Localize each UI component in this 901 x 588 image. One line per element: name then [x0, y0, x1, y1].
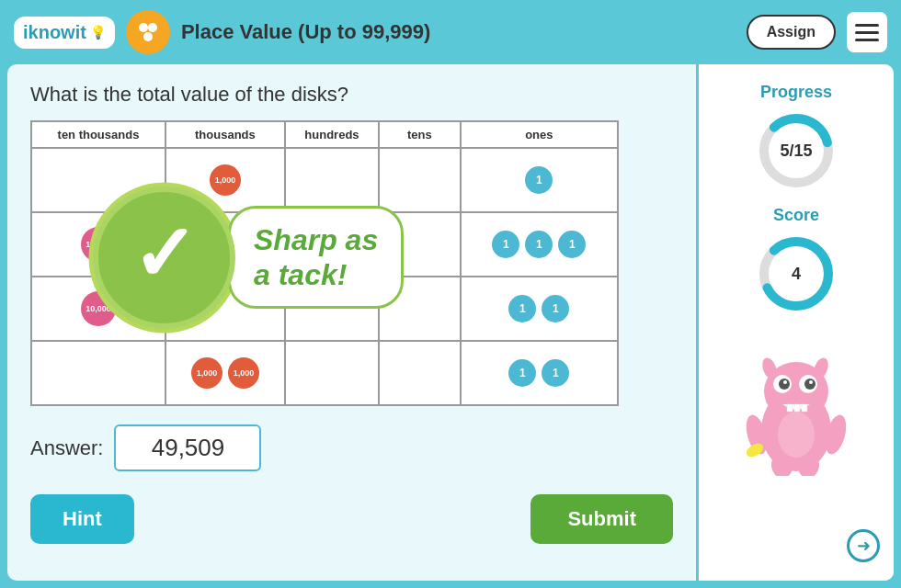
cell-tens [379, 341, 461, 405]
submit-button[interactable]: Submit [530, 494, 673, 544]
cell-ones: 1 [461, 148, 618, 212]
menu-line [855, 31, 879, 34]
arrow-right-icon: ➜ [857, 536, 871, 556]
cell-ones: 1 1 [461, 341, 618, 405]
topic-title: Place Value (Up to 99,999) [181, 20, 736, 44]
main-area: What is the total value of the disks? te… [7, 64, 894, 581]
speech-bubble: Sharp as a tack! [228, 206, 404, 310]
col-tens: tens [379, 121, 461, 148]
success-text: Sharp as a tack! [254, 222, 378, 293]
disk-1: 1 [542, 295, 569, 322]
hint-button[interactable]: Hint [30, 494, 134, 544]
score-section: Score 4 [755, 206, 838, 315]
col-ones: ones [461, 121, 618, 148]
disk-1: 1 [542, 359, 569, 387]
disk-1: 1 [525, 166, 553, 194]
disk-1: 1 [508, 295, 536, 322]
right-panel: Progress 5/15 Score 4 [696, 64, 894, 581]
progress-chart: 5/15 [755, 109, 838, 192]
monster-svg [736, 338, 856, 476]
menu-line [855, 24, 879, 27]
disk-1000: 1,000 [228, 357, 259, 389]
col-hundreds: hundreds [285, 121, 379, 148]
table-row: 1,000 1,000 1 1 [31, 341, 618, 405]
cell-ten-thousands [31, 341, 165, 405]
svg-point-25 [778, 412, 815, 458]
svg-point-14 [783, 380, 787, 384]
progress-section: Progress 5/15 [755, 83, 838, 192]
score-label: Score [773, 206, 819, 225]
disk-1: 1 [492, 231, 519, 258]
cell-hundreds [285, 341, 379, 405]
answer-label: Answer: [30, 436, 103, 460]
logo: iknowit 💡 [14, 17, 115, 49]
progress-value: 5/15 [780, 141, 812, 161]
svg-point-15 [809, 380, 813, 384]
bulb-icon: 💡 [90, 25, 106, 40]
disk-1: 1 [525, 231, 553, 258]
monster-character [736, 338, 856, 480]
cell-ones: 1 1 [461, 277, 618, 341]
disk-1: 1 [508, 359, 536, 387]
checkmark-badge: ✓ [81, 175, 246, 340]
menu-line [855, 39, 879, 41]
topic-icon [126, 10, 170, 54]
next-arrow-button[interactable]: ➜ [847, 529, 880, 562]
answer-input[interactable] [114, 424, 261, 471]
svg-point-1 [148, 23, 157, 32]
left-panel: What is the total value of the disks? te… [7, 64, 696, 581]
svg-point-2 [143, 32, 153, 41]
svg-point-13 [804, 379, 815, 390]
success-overlay: ✓ Sharp as a tack! [81, 175, 404, 340]
bottom-buttons: Hint Submit [30, 494, 673, 544]
col-thousands: thousands [165, 121, 285, 148]
score-value: 4 [792, 265, 801, 284]
header: iknowit 💡 Place Value (Up to 99,999) Ass… [0, 0, 901, 64]
cell-thousands: 1,000 1,000 [165, 341, 285, 405]
dots-icon [135, 19, 161, 45]
menu-button[interactable] [847, 12, 887, 52]
col-ten-thousands: ten thousands [31, 121, 165, 148]
progress-label: Progress [760, 83, 832, 102]
svg-point-12 [779, 379, 790, 390]
logo-text: iknowit [23, 22, 86, 43]
svg-rect-18 [787, 404, 793, 412]
svg-rect-20 [802, 404, 807, 412]
question-text: What is the total value of the disks? [30, 83, 673, 107]
svg-rect-19 [794, 404, 800, 412]
disk-1000: 1,000 [191, 357, 222, 389]
cell-ones: 1 1 1 [461, 212, 618, 277]
assign-button[interactable]: Assign [747, 15, 836, 50]
disk-1: 1 [558, 231, 586, 258]
svg-point-0 [139, 23, 148, 32]
answer-area: Answer: [30, 424, 673, 471]
score-chart: 4 [755, 232, 838, 315]
